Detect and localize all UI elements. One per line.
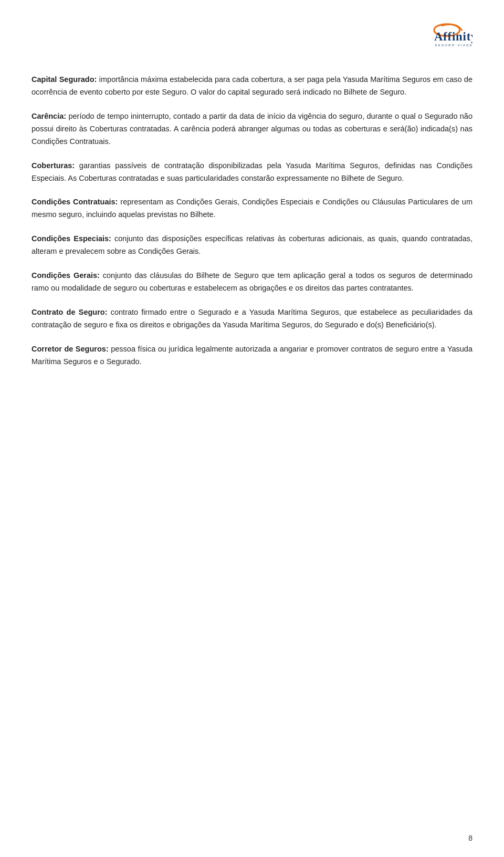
paragraph-condicoes-especiais: Condições Especiais: conjunto das dispos… (32, 233, 472, 258)
term-condicoes-especiais: Condições Especiais: (32, 234, 111, 243)
text-capital-segurado: importância máxima estabelecida para cad… (32, 75, 472, 96)
term-condicoes-gerais: Condições Gerais: (32, 271, 100, 280)
paragraph-condicoes-gerais: Condições Gerais: conjunto das cláusulas… (32, 270, 472, 295)
paragraph-capital-segurado: Capital Segurado: importância máxima est… (32, 74, 472, 99)
term-capital-segurado: Capital Segurado: (32, 75, 97, 84)
term-corretor-de-seguros: Corretor de Seguros: (32, 345, 109, 353)
paragraph-carencia: Carência: período de tempo ininterrupto,… (32, 110, 472, 148)
svg-text:Affinity: Affinity (434, 30, 472, 43)
page-number: 8 (468, 834, 472, 842)
content-area: Capital Segurado: importância máxima est… (32, 74, 472, 368)
text-carencia: período de tempo ininterrupto, contado a… (32, 112, 472, 146)
paragraph-coberturas: Coberturas: garantias passíveis de contr… (32, 160, 472, 185)
text-coberturas: garantias passíveis de contratação dispo… (32, 161, 472, 182)
term-coberturas: Coberturas: (32, 161, 75, 170)
term-contrato-de-seguro: Contrato de Seguro: (32, 308, 108, 316)
logo-area: Affinity SEGURO VIAGEM (32, 21, 472, 58)
term-carencia: Carência: (32, 112, 66, 120)
svg-text:SEGURO VIAGEM: SEGURO VIAGEM (435, 44, 473, 47)
paragraph-contrato-de-seguro: Contrato de Seguro: contrato firmado ent… (32, 306, 472, 332)
term-condicoes-contratuais: Condições Contratuais: (32, 198, 118, 206)
affinity-logo: Affinity SEGURO VIAGEM (404, 21, 472, 58)
paragraph-corretor-de-seguros: Corretor de Seguros: pessoa física ou ju… (32, 343, 472, 368)
paragraph-condicoes-contratuais: Condições Contratuais: representam as Co… (32, 196, 472, 221)
page-container: Affinity SEGURO VIAGEM Capital Segurado:… (0, 0, 504, 857)
